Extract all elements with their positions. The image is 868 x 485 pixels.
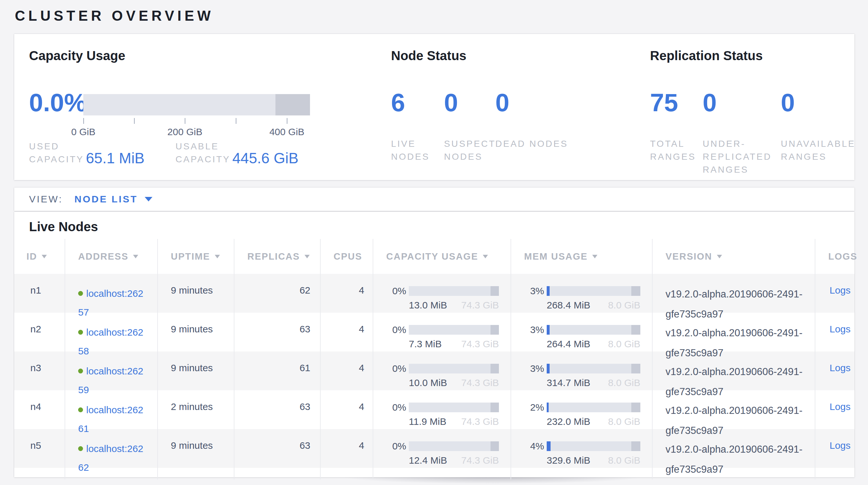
mem-bar-fill (547, 403, 549, 412)
sort-arrow-icon (215, 255, 220, 258)
column-header-uptime[interactable]: UPTIME (157, 239, 234, 274)
mem-percent-label: 3% (524, 286, 544, 296)
column-header-label: CAPACITY USAGE (386, 251, 478, 262)
node-logs-link[interactable]: Logs (830, 363, 850, 373)
table-body: n1 localhost:26257 9 minutes 62 4 0% 13.… (14, 274, 855, 468)
axis-label: 200 GiB (167, 126, 202, 137)
live-nodes-value: 6 (391, 88, 444, 117)
capacity-usage-title: Capacity Usage (29, 48, 310, 64)
column-header-logs: LOGS (815, 239, 857, 274)
axis-label: 400 GiB (269, 126, 304, 137)
mem-used-value: 232.0 MiB (547, 416, 590, 427)
under-replicated-ranges-label: UNDER-REPLICATED RANGES (703, 137, 773, 176)
node-logs-link[interactable]: Logs (830, 285, 850, 295)
capacity-percent-label: 0% (386, 363, 406, 374)
live-status-dot-icon (78, 369, 83, 373)
mem-bar-reserved-segment (631, 403, 640, 412)
capacity-total-value: 74.3 GiB (461, 455, 499, 466)
mem-percent-label: 3% (524, 324, 544, 335)
column-header-version[interactable]: VERSION (652, 239, 815, 274)
capacity-mini-bar (409, 403, 499, 412)
mem-total-value: 8.0 GiB (608, 377, 640, 388)
mem-used-value: 268.4 MiB (547, 300, 590, 311)
total-ranges-label: TOTAL RANGES (650, 137, 703, 163)
capacity-percent-label: 0% (386, 324, 406, 335)
column-header-label: VERSION (665, 251, 712, 262)
capacity-bar-reserved-segment (491, 325, 499, 335)
capacity-used-value: 12.4 MiB (409, 455, 447, 466)
total-ranges-metric: 75 TOTAL RANGES (650, 88, 703, 176)
live-status-dot-icon (78, 446, 83, 451)
table-row: n2 localhost:26258 9 minutes 63 4 0% 7.3… (14, 313, 855, 351)
suspect-nodes-metric: 0 SUSPECT NODES (444, 88, 495, 163)
capacity-percent-label: 0% (386, 402, 406, 413)
mem-total-value: 8.0 GiB (608, 339, 640, 349)
capacity-percent-label: 0% (386, 286, 406, 296)
usable-capacity-label: USABLE CAPACITY (176, 140, 230, 166)
capacity-total-value: 74.3 GiB (461, 339, 499, 349)
axis-tick (185, 118, 185, 124)
mem-bar-fill (547, 364, 550, 373)
mem-bar-fill (547, 286, 550, 296)
axis-tick (236, 118, 237, 124)
dead-nodes-value: 0 (495, 88, 568, 117)
column-header-id[interactable]: ID (14, 239, 65, 274)
capacity-used-value: 7.3 MiB (409, 339, 442, 349)
column-header-replicas[interactable]: REPLICAS (234, 239, 320, 274)
node-logs-link[interactable]: Logs (830, 324, 850, 334)
overview-summary-card: Capacity Usage 0.0% 0 GiB 200 GiB 400 Gi… (14, 34, 855, 180)
sort-arrow-icon (133, 255, 138, 258)
view-dropdown-value[interactable]: NODE LIST (74, 194, 137, 205)
page-title: CLUSTER OVERVIEW (15, 8, 214, 24)
live-nodes-card: Live Nodes IDADDRESSUPTIMEREPLICASCPUSCA… (14, 212, 855, 477)
capacity-total-value: 74.3 GiB (461, 300, 499, 311)
capacity-used-value: 10.0 MiB (409, 377, 447, 388)
mem-percent-label: 2% (524, 402, 544, 413)
mem-mini-bar (547, 403, 640, 412)
sort-arrow-icon (717, 255, 722, 258)
capacity-used-value: 13.0 MiB (409, 300, 447, 311)
capacity-total-value: 74.3 GiB (461, 377, 499, 388)
unavailable-ranges-value: 0 (781, 88, 862, 117)
used-capacity-value: 65.1 MiB (86, 150, 145, 166)
capacity-mini-bar (409, 325, 499, 335)
used-capacity-label: USED CAPACITY (29, 140, 83, 166)
column-header-label: REPLICAS (247, 251, 300, 262)
column-header-mem-usage[interactable]: MEM USAGE (510, 239, 652, 274)
column-header-cpus: CPUS (320, 239, 373, 274)
replication-status-section: Replication Status 75 TOTAL RANGES 0 UND… (650, 48, 841, 176)
mem-percent-label: 4% (524, 441, 544, 452)
node-status-title: Node Status (391, 48, 630, 64)
mem-used-value: 264.4 MiB (547, 339, 590, 349)
replication-status-title: Replication Status (650, 48, 841, 64)
column-header-label: ADDRESS (78, 251, 128, 262)
column-header-address[interactable]: ADDRESS (65, 239, 157, 274)
capacity-gauge: 0.0% 0 GiB 200 GiB 400 GiB (29, 88, 310, 136)
mem-used-value: 329.6 MiB (547, 455, 590, 466)
node-logs-link[interactable]: Logs (830, 440, 850, 451)
view-label: VIEW: (29, 194, 63, 205)
live-status-dot-icon (78, 407, 83, 412)
usable-capacity-stat: USABLE CAPACITY 445.6 GiB (176, 140, 299, 166)
live-nodes-label: LIVE NODES (391, 137, 444, 163)
sort-arrow-icon (592, 255, 597, 258)
mem-bar-reserved-segment (631, 364, 640, 373)
column-header-label: ID (27, 251, 37, 262)
axis-tick (287, 118, 287, 124)
capacity-bar-reserved-segment (275, 94, 310, 115)
table-row: n5 localhost:26262 9 minutes 63 4 0% 12.… (14, 429, 855, 468)
under-replicated-ranges-value: 0 (703, 88, 781, 117)
axis-label: 0 GiB (71, 126, 95, 137)
axis-tick (83, 118, 84, 124)
mem-bar-reserved-segment (631, 325, 640, 335)
dead-nodes-label: DEAD NODES (495, 137, 568, 150)
view-dropdown[interactable]: NODE LIST (74, 194, 152, 205)
live-nodes-metric: 6 LIVE NODES (391, 88, 444, 163)
mem-total-value: 8.0 GiB (608, 416, 640, 427)
under-replicated-ranges-metric: 0 UNDER-REPLICATED RANGES (703, 88, 781, 176)
capacity-usage-section: Capacity Usage 0.0% 0 GiB 200 GiB 400 Gi… (29, 48, 310, 166)
capacity-bar-reserved-segment (491, 403, 499, 412)
mem-bar-reserved-segment (631, 286, 640, 296)
node-logs-link[interactable]: Logs (830, 401, 850, 412)
column-header-capacity-usage[interactable]: CAPACITY USAGE (373, 239, 510, 274)
